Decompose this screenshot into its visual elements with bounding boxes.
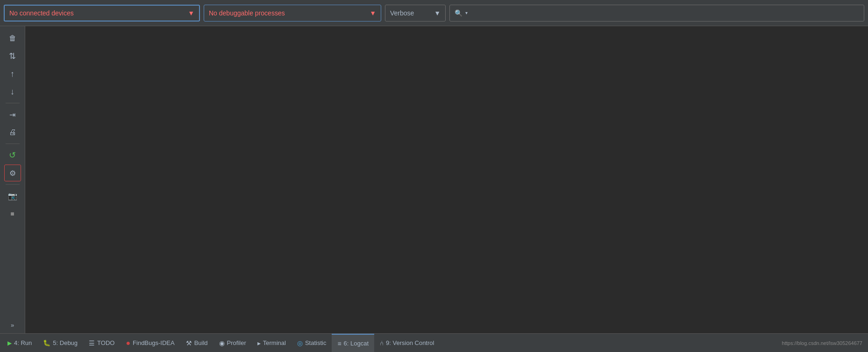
statistic-icon: ◎: [297, 339, 303, 347]
log-area: [25, 26, 868, 333]
wrap-icon: ⇥: [9, 110, 15, 119]
scroll-up-button[interactable]: ↑: [4, 65, 21, 82]
up-icon: ↑: [10, 69, 14, 79]
verbose-dropdown[interactable]: Verbose ▼: [385, 5, 446, 22]
search-box[interactable]: 🔍 ▾: [449, 5, 864, 22]
findbugs-icon: ●: [126, 339, 130, 347]
camera-icon: 📷: [8, 192, 17, 201]
watermark: https://blog.csdn.net/lsw305264677: [782, 340, 866, 346]
findbugs-label: FindBugs-IDEA: [133, 339, 175, 346]
process-dropdown[interactable]: No debuggable processes ▼: [204, 5, 381, 22]
status-bar: ▶ 4: Run 🐛 5: Debug ☰ TODO ● FindBugs-ID…: [0, 333, 868, 352]
verbose-dropdown-arrow: ▼: [434, 9, 441, 17]
sidebar-divider-2: [6, 144, 20, 144]
vc-label: 9: Version Control: [386, 339, 434, 346]
sidebar-divider-3: [6, 184, 20, 185]
stop-button[interactable]: ■: [4, 205, 21, 222]
profiler-icon: ◉: [219, 339, 225, 347]
status-item-findbugs[interactable]: ● FindBugs-IDEA: [120, 334, 180, 352]
wrap-button[interactable]: ⇥: [4, 106, 21, 123]
print-button[interactable]: 🖨: [4, 124, 21, 141]
status-item-terminal[interactable]: ▸ Terminal: [252, 334, 292, 352]
print-icon: 🖨: [9, 128, 16, 136]
verbose-label: Verbose: [390, 9, 414, 17]
run-icon: ▶: [7, 340, 12, 346]
more-button[interactable]: »: [4, 316, 21, 333]
sidebar-divider-1: [6, 103, 20, 103]
settings-icon: ⚙: [9, 169, 16, 178]
status-item-todo[interactable]: ☰ TODO: [83, 334, 120, 352]
main-area: 🗑 ⇅ ↑ ↓ ⇥ 🖨 ↺ ⚙ 📷 ■: [0, 26, 868, 333]
scroll-down-button[interactable]: ↓: [4, 83, 21, 100]
status-item-version-control[interactable]: ⑃ 9: Version Control: [374, 334, 440, 352]
top-toolbar: No connected devices ▼ No debuggable pro…: [0, 0, 868, 26]
sort-button[interactable]: ⇅: [4, 48, 21, 65]
logcat-label: 6: Logcat: [344, 340, 369, 347]
process-label: No debuggable processes: [209, 9, 285, 17]
device-dropdown[interactable]: No connected devices ▼: [4, 5, 200, 22]
build-label: Build: [194, 339, 208, 346]
debug-label: 5: Debug: [53, 339, 78, 346]
device-dropdown-arrow: ▼: [188, 9, 194, 17]
status-item-profiler[interactable]: ◉ Profiler: [213, 334, 252, 352]
refresh-button[interactable]: ↺: [4, 147, 21, 164]
camera-button[interactable]: 📷: [4, 187, 21, 204]
profiler-label: Profiler: [227, 339, 246, 346]
status-item-statistic[interactable]: ◎ Statistic: [292, 334, 332, 352]
status-item-run[interactable]: ▶ 4: Run: [2, 334, 37, 352]
down-icon: ↓: [10, 87, 14, 97]
vc-icon: ⑃: [380, 339, 384, 347]
status-item-build[interactable]: ⚒ Build: [180, 334, 213, 352]
terminal-icon: ▸: [257, 339, 261, 347]
statistic-label: Statistic: [305, 339, 327, 346]
stop-icon: ■: [10, 210, 14, 217]
settings-button[interactable]: ⚙: [4, 165, 21, 181]
delete-icon: 🗑: [9, 34, 16, 43]
more-icon: »: [11, 322, 14, 329]
left-sidebar: 🗑 ⇅ ↑ ↓ ⇥ 🖨 ↺ ⚙ 📷 ■: [0, 26, 25, 333]
status-item-logcat[interactable]: ≡ 6: Logcat: [332, 334, 374, 352]
debug-icon: 🐛: [43, 339, 50, 346]
sort-icon: ⇅: [9, 51, 16, 61]
todo-label: TODO: [97, 339, 114, 346]
search-icon: 🔍: [455, 9, 462, 17]
device-label: No connected devices: [9, 9, 74, 17]
run-label: 4: Run: [14, 339, 32, 346]
terminal-label: Terminal: [263, 339, 286, 346]
process-dropdown-arrow: ▼: [370, 9, 376, 17]
logcat-icon: ≡: [337, 340, 341, 347]
refresh-icon: ↺: [9, 150, 16, 160]
build-icon: ⚒: [186, 339, 192, 347]
search-dropdown-arrow[interactable]: ▾: [465, 10, 468, 15]
status-item-debug[interactable]: 🐛 5: Debug: [37, 334, 83, 352]
delete-button[interactable]: 🗑: [4, 30, 21, 47]
todo-icon: ☰: [89, 339, 95, 347]
